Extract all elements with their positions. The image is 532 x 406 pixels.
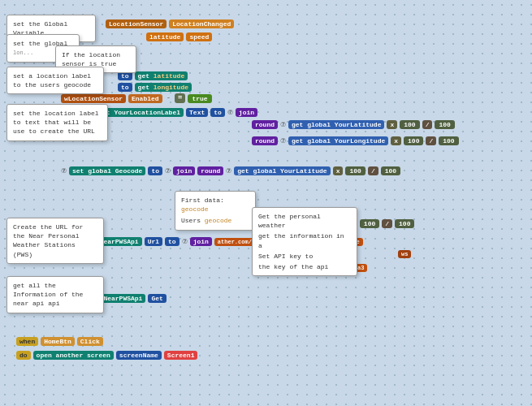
location-changed-row: LocationSensor LocationChanged	[106, 19, 234, 28]
div-block1: /	[422, 120, 433, 129]
round-lat-row: round ⑦ get global YourLatitude x 100 / …	[252, 120, 455, 129]
x-block1: x	[387, 120, 397, 129]
location-sensor-block[interactable]: LocationSensor	[106, 19, 167, 28]
comment-get-all-info: get all the Information of the near api …	[6, 276, 104, 313]
comment-create-url: Create the URL for the Near Personal Wea…	[6, 218, 104, 264]
to-label2: to	[118, 83, 132, 92]
do-block: do	[16, 351, 31, 360]
wlocationsensor-block[interactable]: wLocationSensor	[61, 94, 126, 103]
x-block3: x	[333, 166, 344, 175]
set-global-geocode-block[interactable]: set global Geocode	[69, 166, 145, 175]
screenname-label: screenName	[116, 351, 162, 360]
comment-then-label: set the location label to text that will…	[6, 104, 108, 141]
true-block[interactable]: true	[188, 94, 211, 103]
round-block1[interactable]: round	[252, 120, 278, 129]
lat-speed-row: latitude speed	[146, 32, 212, 41]
100-block7: 100	[360, 219, 379, 228]
tooltip-users-geocode: Users geocode	[181, 216, 249, 225]
to-block: to	[210, 108, 225, 117]
enabled-block[interactable]: Enabled	[128, 94, 162, 103]
get-global-lat-block[interactable]: get global YourLatitude	[288, 120, 384, 129]
url-block: Url	[145, 237, 162, 246]
blocks-workspace[interactable]: set the Global Variable set the global l…	[0, 0, 532, 406]
round-lon-row: round ⑦ get global YourLongitude x 100 /…	[252, 136, 459, 145]
100-block6: 100	[381, 166, 400, 175]
100-block2: 100	[435, 120, 454, 129]
when-row: when HomeBtn Click	[16, 337, 197, 346]
homebtn-block[interactable]: HomeBtn	[41, 337, 75, 346]
click-block[interactable]: Click	[77, 337, 103, 346]
div-block3: /	[368, 166, 378, 175]
tooltip-key-of-api: the key of the api	[258, 262, 351, 271]
text-block: Text	[186, 108, 208, 117]
screen1-block[interactable]: Screen1	[164, 351, 198, 360]
set-your-location-label-block[interactable]: set YourLocationLabel	[95, 108, 184, 117]
to-get-lon-row: to get longitude	[118, 83, 192, 92]
to-block3: to	[165, 237, 179, 246]
tooltip-first-data: First data: geocode Users geocode	[175, 191, 256, 231]
equals-block: =	[175, 93, 185, 103]
round-block3[interactable]: round	[197, 166, 223, 175]
tooltip-set-api: Set API key to	[258, 252, 351, 261]
get-latitude-block[interactable]: get latitude	[135, 71, 188, 80]
get-global-lat-block2[interactable]: get global YourLatitude	[234, 166, 330, 175]
ws-row: ws	[398, 250, 411, 258]
tooltip-get-info: get the information in a	[258, 231, 351, 249]
100-block8: 100	[395, 219, 414, 228]
join-block2[interactable]: join	[173, 166, 195, 175]
dash-separator: -	[165, 94, 172, 102]
get-longitude-block[interactable]: get longitude	[135, 83, 192, 92]
location-changed-block[interactable]: LocationChanged	[169, 19, 234, 28]
speed-block[interactable]: speed	[186, 32, 212, 41]
comment-location-label: set a location label to the users geocod…	[6, 67, 104, 94]
to-block2: to	[148, 166, 162, 175]
tooltip-first-data-text: First data: geocode	[181, 196, 249, 214]
when-homebtn-row: when HomeBtn Click do open another scree…	[16, 337, 197, 356]
round-block2[interactable]: round	[252, 136, 278, 145]
when-block: when	[16, 337, 38, 346]
do-row: do open another screen screenName Screen…	[16, 351, 197, 360]
join-block3[interactable]: join	[190, 237, 212, 246]
get-block[interactable]: Get	[148, 294, 166, 303]
open-screen-block[interactable]: open another screen	[33, 351, 114, 360]
join-block[interactable]: join	[236, 108, 257, 117]
get-global-lon-block[interactable]: get global YourLongitude	[288, 136, 388, 145]
set-geocode-row: ⑦ set global Geocode to ⑦ join round ⑦ g…	[61, 166, 400, 175]
100-block4: 100	[439, 136, 458, 145]
100-block5: 100	[345, 166, 365, 175]
ws-block: ws	[398, 250, 411, 258]
wlocation-enabled-row: wLocationSensor Enabled - = true	[61, 93, 212, 103]
div-block4: /	[382, 219, 392, 228]
div-block2: /	[426, 136, 436, 145]
100-block1: 100	[400, 120, 419, 129]
latitude-block[interactable]: latitude	[146, 32, 184, 41]
100-block3: 100	[404, 136, 423, 145]
x-block2: x	[391, 136, 401, 145]
tooltip-get-personal: Get the personal weather get the informa…	[252, 207, 357, 276]
tooltip-get-personal-text: Get the personal weather	[258, 212, 351, 230]
